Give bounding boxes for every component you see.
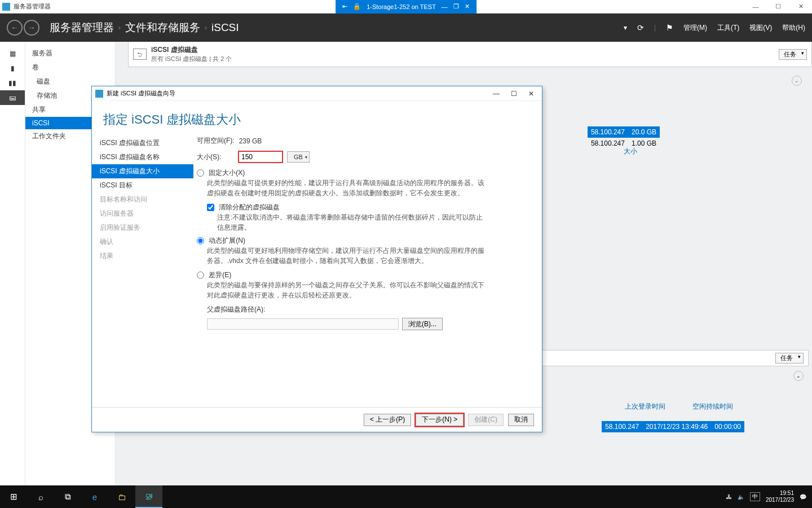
vm-minimize-icon[interactable]: —	[442, 3, 448, 10]
dropdown-icon[interactable]: ▾	[624, 24, 627, 32]
step-result: 结果	[92, 249, 193, 263]
pin-icon[interactable]: ⇤	[342, 3, 347, 10]
nav-forward-button[interactable]: →	[24, 20, 39, 36]
fixed-desc: 此类型的磁盘可提供更好的性能，建议用于运行具有高级别磁盘活动的应用程序的服务器。…	[207, 178, 489, 198]
tray-volume-icon[interactable]: 🔈	[738, 494, 744, 500]
nav-back-button[interactable]: ←	[7, 20, 23, 36]
available-space-value: 239 GB	[239, 137, 262, 145]
rail-dashboard-icon[interactable]: ▦	[0, 46, 25, 61]
wizard-titlebar[interactable]: 新建 iSCSI 虚拟磁盘向导 — ☐ ✕	[92, 86, 542, 101]
col-idle[interactable]: 空闲持续时间	[692, 402, 733, 411]
rail-all-icon[interactable]: ▮▮	[0, 76, 25, 90]
table-row[interactable]: 58.100.247 2017/12/23 13:49:46 00:00:00	[602, 421, 744, 432]
breadcrumb-section[interactable]: 文件和存储服务	[125, 20, 200, 35]
disk-icon: ⮌	[133, 49, 147, 60]
table-row[interactable]: 58.100.247 1.00 GB	[588, 138, 660, 149]
wizard-title-text: 新建 iSCSI 虚拟磁盘向导	[107, 89, 175, 98]
maximize-button[interactable]: ☐	[767, 0, 789, 14]
nav-servers[interactable]: 服务器	[25, 46, 115, 60]
wizard-close-button[interactable]: ✕	[528, 90, 534, 98]
wizard-minimize-button[interactable]: —	[493, 90, 500, 98]
taskbar: ⊞ ⌕ ⧉ e 🗀 🖳 🖧 🔈 中 19:51 2017/12/23 💬	[0, 485, 812, 508]
flag-icon[interactable]: ⚑	[666, 23, 673, 32]
parent-path-input[interactable]	[207, 318, 399, 330]
wizard-content: 可用空间(F): 239 GB 大小(S): GB 固定大小(X) 此类型的磁盘…	[193, 134, 542, 407]
tray-clock[interactable]: 19:51 2017/12/23	[766, 490, 794, 503]
server-manager-icon	[2, 3, 10, 11]
vm-close-icon[interactable]: ✕	[465, 3, 470, 10]
available-space-label: 可用空间(F):	[197, 136, 235, 146]
ie-icon[interactable]: e	[81, 485, 108, 508]
start-button[interactable]: ⊞	[0, 485, 27, 508]
collapse-icon[interactable]: ⌄	[793, 371, 804, 381]
diff-radio[interactable]: 差异(E)	[197, 271, 231, 279]
step-confirm: 确认	[92, 235, 193, 249]
outer-titlebar: 服务器管理器 ⇤ 🔒 1-Storage1-252 on TEST — ❐ ✕ …	[0, 0, 812, 14]
wizard-steps: iSCSI 虚拟磁盘位置 iSCSI 虚拟磁盘名称 iSCSI 虚拟磁盘大小 i…	[92, 134, 193, 407]
wizard-footer: < 上一步(P) 下一步(N) > 创建(C) 取消	[92, 407, 542, 432]
taskview-icon[interactable]: ⧉	[54, 485, 81, 508]
menu-manage[interactable]: 管理(M)	[683, 23, 707, 33]
step-access: 访问服务器	[92, 207, 193, 221]
tray-network-icon[interactable]: 🖧	[726, 494, 732, 500]
search-icon[interactable]: ⌕	[27, 485, 54, 508]
tray-notifications-icon[interactable]: 💬	[800, 494, 806, 500]
clear-desc: 注意:不建议取消选中。将磁盘清零将删除基础存储中遗留的任何数据碎片，因此可以防止…	[217, 212, 488, 233]
minimize-button[interactable]: —	[744, 0, 767, 14]
server-manager-taskbar-icon[interactable]: 🖳	[135, 485, 162, 508]
step-name[interactable]: iSCSI 虚拟磁盘名称	[92, 150, 193, 164]
collapse-icon[interactable]: ⌄	[792, 76, 802, 86]
prev-button[interactable]: < 上一步(P)	[364, 414, 411, 426]
dynamic-radio[interactable]: 动态扩展(N)	[197, 237, 245, 244]
step-size[interactable]: iSCSI 虚拟磁盘大小	[92, 164, 193, 178]
step-auth: 启用验证服务	[92, 221, 193, 235]
next-button[interactable]: 下一步(N) >	[416, 414, 464, 426]
chevron-right-icon: ›	[118, 24, 121, 32]
explorer-icon[interactable]: 🗀	[108, 485, 135, 508]
diff-desc: 此类型的磁盘与要保持原样的另一个磁盘之间存在父子关系。你可以在不影响父磁盘的情况…	[207, 280, 489, 300]
vm-connection-tab[interactable]: ⇤ 🔒 1-Storage1-252 on TEST — ❐ ✕	[336, 0, 476, 14]
breadcrumb-root[interactable]: 服务器管理器	[50, 20, 114, 35]
size-unit-select[interactable]: GB	[287, 151, 310, 163]
col-last-login[interactable]: 上次登录时间	[625, 402, 665, 411]
wizard-heading: 指定 iSCSI 虚拟磁盘大小	[92, 101, 542, 134]
section-title: iSCSI 虚拟磁盘	[151, 45, 232, 55]
section-subtitle: 所有 iSCSI 虚拟磁盘 | 共 2 个	[151, 55, 232, 63]
vm-title: 1-Storage1-252 on TEST	[367, 3, 436, 10]
outer-title: 服务器管理器	[14, 2, 51, 11]
cancel-button[interactable]: 取消	[508, 414, 534, 426]
vm-restore-icon[interactable]: ❐	[453, 3, 459, 10]
refresh-icon[interactable]: ⟳	[637, 23, 644, 32]
wizard-icon	[95, 90, 103, 98]
menu-tools[interactable]: 工具(T)	[717, 23, 739, 33]
breadcrumb-current: iSCSI	[211, 21, 239, 34]
tasks-dropdown[interactable]: 任务	[779, 49, 807, 60]
nav-volumes[interactable]: 卷	[25, 60, 115, 75]
create-button: 创建(C)	[468, 414, 504, 426]
clear-disk-checkbox[interactable]: 清除分配的虚拟磁盘	[207, 203, 280, 211]
lock-icon: 🔒	[353, 3, 361, 10]
window-controls: — ☐ ✕	[744, 0, 812, 14]
size-label: 大小(S):	[197, 152, 234, 162]
dynamic-desc: 此类型的磁盘可更好地利用物理存储空间，建议用于运行不占用大量磁盘空间的应用程序的…	[207, 246, 489, 266]
step-location[interactable]: iSCSI 虚拟磁盘位置	[92, 136, 193, 150]
menu-help[interactable]: 帮助(H)	[782, 23, 805, 33]
content-header: ⮌ iSCSI 虚拟磁盘 所有 iSCSI 虚拟磁盘 | 共 2 个 任务	[128, 42, 812, 67]
system-tray: 🖧 🔈 中 19:51 2017/12/23 💬	[726, 490, 812, 503]
iscsi-wizard-dialog: 新建 iSCSI 虚拟磁盘向导 — ☐ ✕ 指定 iSCSI 虚拟磁盘大小 iS…	[91, 86, 542, 432]
icon-rail: ▦ ▮ ▮▮ 🖴	[0, 42, 25, 485]
fixed-size-radio[interactable]: 固定大小(X)	[197, 169, 245, 177]
server-manager-header: ← → 服务器管理器 › 文件和存储服务 › iSCSI ▾ ⟳ | ⚑ 管理(…	[0, 14, 812, 42]
close-button[interactable]: ✕	[789, 0, 812, 14]
step-target-name: 目标名称和访问	[92, 192, 193, 207]
tray-ime[interactable]: 中	[750, 492, 760, 501]
browse-button[interactable]: 浏览(B)...	[402, 318, 443, 330]
step-target[interactable]: iSCSI 目标	[92, 178, 193, 192]
table-row[interactable]: 58.100.247 20.0 GB	[588, 126, 660, 138]
wizard-maximize-button[interactable]: ☐	[511, 90, 517, 98]
size-input[interactable]	[239, 151, 283, 163]
rail-local-icon[interactable]: ▮	[0, 61, 25, 76]
rail-storage-icon[interactable]: 🖴	[0, 90, 25, 105]
tasks-dropdown-lower[interactable]: 任务	[775, 353, 804, 364]
menu-view[interactable]: 视图(V)	[749, 23, 772, 33]
